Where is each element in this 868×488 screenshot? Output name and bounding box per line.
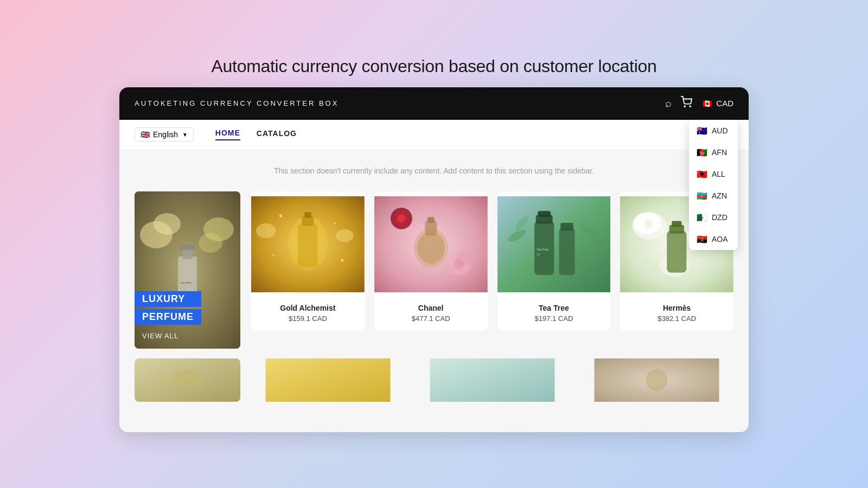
product-card-sm-1[interactable] [251,358,405,402]
svg-rect-13 [298,223,317,267]
svg-point-47 [645,220,653,228]
svg-rect-52 [667,230,686,272]
svg-point-21 [336,229,354,242]
currency-option-dzd[interactable]: 🇩🇿 DZD [689,207,738,228]
all-label: ALL [712,170,725,178]
svg-text:Tea Tree: Tea Tree [537,247,548,251]
product-info-1: Chanel $477.1 CAD [374,297,488,330]
featured-label-luxury: LUXURY [135,291,201,307]
aud-flag: 🇦🇺 [697,125,707,136]
currency-option-afn[interactable]: 🇦🇫 AFN [689,142,738,163]
svg-rect-26 [427,217,435,223]
product-name-2: Tea Tree [503,304,605,312]
nav-link-home[interactable]: HOME [215,129,240,140]
chevron-down-icon: ▼ [182,132,188,138]
product-card-2[interactable]: Tea Tree oil [497,191,611,330]
sub-nav: 🇬🇧 English ▼ HOME CATALOG [119,120,749,150]
product-card-sm-3[interactable] [580,358,733,402]
canada-flag: 🇨🇦 [701,98,713,110]
product-grid-2 [135,358,733,402]
featured-view-all[interactable]: VIEW ALL [142,332,178,340]
svg-text:CHANEL: CHANEL [181,281,192,284]
nav-link-catalog[interactable]: CATALOG [257,129,297,140]
brand-name: AUTOKETING CURRENCY CONVERTER BOX [135,99,339,107]
empty-section-text: This section doesn't currently include a… [135,166,733,175]
svg-rect-40 [560,223,573,230]
nav-links: HOME CATALOG [215,129,297,140]
svg-rect-39 [559,228,575,275]
svg-rect-5 [180,245,195,250]
currency-code: CAD [716,99,733,108]
svg-rect-57 [266,358,391,402]
product-name-0: Gold Alchemist [257,304,359,312]
dzd-label: DZD [712,213,727,222]
top-nav: AUTOKETING CURRENCY CONVERTER BOX ⌕ 🇨🇦 C… [119,87,749,120]
currency-option-azn[interactable]: 🇦🇿 AZN [689,185,738,207]
svg-point-24 [417,232,445,264]
svg-point-18 [272,254,275,256]
product-image-1 [374,191,488,297]
svg-rect-36 [538,211,551,217]
currency-option-aoa[interactable]: 🇦🇴 AOA [689,228,738,250]
product-card-sm-2[interactable] [416,358,569,402]
svg-point-32 [454,259,464,269]
products-row: Gold Alchemist $159.1 CAD [251,191,733,330]
product-card-0[interactable]: Gold Alchemist $159.1 CAD [251,191,365,330]
currency-selector[interactable]: 🇨🇦 CAD [701,98,733,110]
featured-label-perfume: PERFUME [135,309,201,325]
aoa-label: AOA [712,235,728,243]
svg-point-17 [334,222,336,224]
product-card-sm-0[interactable] [135,358,240,402]
nav-icons: ⌕ 🇨🇦 CAD 🇦🇺 AUD [665,96,733,111]
aud-label: AUD [712,126,728,135]
product-price-1: $477.1 CAD [380,314,482,323]
currency-option-aud[interactable]: 🇦🇺 AUD [689,120,738,142]
svg-point-1 [690,106,691,107]
product-info-3: Hermès $382.1 CAD [620,297,733,330]
product-card-1[interactable]: Chanel $477.1 CAD [374,191,488,330]
all-flag: 🇦🇱 [697,169,707,179]
svg-point-56 [171,369,203,391]
product-name-3: Hermès [626,304,728,312]
currency-option-all[interactable]: 🇦🇱 ALL [689,163,738,185]
product-grid: CHANEL LUXURY PERFUME VIEW ALL [135,191,733,349]
afn-label: AFN [712,148,727,157]
svg-point-60 [646,369,668,391]
svg-point-16 [279,214,282,217]
svg-text:oil: oil [537,252,539,255]
featured-product[interactable]: CHANEL LUXURY PERFUME VIEW ALL [135,191,240,349]
language-selector[interactable]: 🇬🇧 English ▼ [135,127,194,142]
uk-flag: 🇬🇧 [141,130,150,139]
svg-point-7 [154,213,181,235]
svg-rect-15 [304,212,311,218]
afn-flag: 🇦🇫 [697,147,707,158]
cart-icon[interactable] [680,96,692,111]
currency-dropdown: 🇦🇺 AUD 🇦🇫 AFN 🇦🇱 ALL 🇦🇿 AZN [689,120,738,250]
aoa-flag: 🇦🇴 [697,234,707,245]
browser-window: AUTOKETING CURRENCY CONVERTER BOX ⌕ 🇨🇦 C… [119,87,749,432]
azn-label: AZN [712,191,727,200]
svg-point-9 [199,233,222,253]
main-content: This section doesn't currently include a… [119,150,749,432]
svg-point-19 [341,259,343,261]
featured-overlay: LUXURY PERFUME [135,291,201,327]
svg-rect-58 [430,358,555,402]
svg-rect-25 [425,221,437,235]
azn-flag: 🇦🇿 [697,190,707,201]
language-label: English [153,130,178,139]
product-image-0 [251,191,365,297]
product-price-2: $197.1 CAD [503,314,605,323]
svg-rect-54 [672,221,682,227]
product-name-1: Chanel [380,304,482,312]
search-icon[interactable]: ⌕ [665,97,672,110]
product-image-2: Tea Tree oil [497,191,611,297]
product-price-0: $159.1 CAD [257,314,359,323]
svg-point-20 [256,223,276,237]
product-price-3: $382.1 CAD [626,314,728,323]
svg-point-29 [397,214,405,222]
dzd-flag: 🇩🇿 [697,212,707,223]
product-info-2: Tea Tree $197.1 CAD [497,297,611,330]
svg-point-0 [685,106,686,107]
product-info-0: Gold Alchemist $159.1 CAD [251,297,365,330]
page-title: Automatic currency conversion based on c… [212,56,657,76]
